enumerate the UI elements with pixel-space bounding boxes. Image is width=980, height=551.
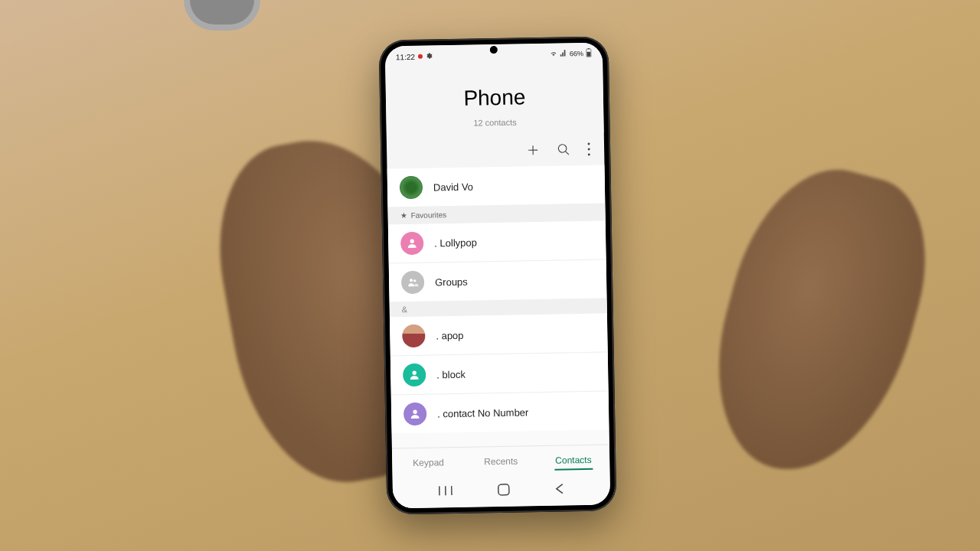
status-right: 66% <box>550 48 592 60</box>
svg-point-6 <box>588 153 590 155</box>
svg-point-5 <box>588 148 590 150</box>
nav-home-icon[interactable] <box>498 484 510 499</box>
signal-icon <box>560 49 567 58</box>
bottom-tabs: Keypad Recents Contacts <box>392 444 610 478</box>
settings-icon <box>426 52 433 60</box>
avatar <box>401 271 425 295</box>
contact-name: . apop <box>436 329 463 341</box>
battery-icon <box>586 48 592 59</box>
status-time: 11:22 <box>396 52 415 60</box>
contact-row[interactable]: . contact No Number <box>391 390 609 433</box>
search-icon[interactable] <box>557 142 570 156</box>
phone-screen: 11:22 66% Phone 12 cont <box>385 43 610 509</box>
tab-keypad[interactable]: Keypad <box>392 448 465 478</box>
svg-point-10 <box>412 371 416 375</box>
wifi-icon <box>550 50 557 59</box>
nav-recents-icon[interactable] <box>438 485 452 499</box>
contact-row[interactable]: . apop <box>390 314 608 356</box>
svg-point-9 <box>413 279 416 282</box>
contact-list[interactable]: David Vo ★ Favourites . Lollypop Groups … <box>387 165 609 448</box>
tab-recents[interactable]: Recents <box>465 446 537 477</box>
svg-rect-2 <box>587 52 591 57</box>
app-title: Phone <box>386 84 604 112</box>
contact-name: . block <box>436 368 466 380</box>
contact-row[interactable]: . Lollypop <box>388 221 606 263</box>
battery-percent: 66% <box>570 50 583 57</box>
more-icon[interactable] <box>587 142 590 156</box>
groups-label: Groups <box>435 276 468 288</box>
svg-point-11 <box>413 410 416 414</box>
recording-icon <box>418 54 423 59</box>
hand-right <box>691 150 947 493</box>
profile-name: David Vo <box>433 181 473 193</box>
avatar <box>403 403 427 426</box>
contact-row[interactable]: . block <box>390 352 609 395</box>
my-profile-row[interactable]: David Vo <box>387 165 606 207</box>
svg-point-7 <box>410 240 413 243</box>
svg-point-8 <box>410 279 413 282</box>
desk-cable-hole <box>184 0 260 31</box>
avatar <box>402 324 426 348</box>
svg-point-3 <box>558 145 567 153</box>
nav-back-icon[interactable] <box>555 483 564 498</box>
favourites-label: Favourites <box>411 210 447 220</box>
phone-device: 11:22 66% Phone 12 cont <box>379 36 617 514</box>
svg-rect-12 <box>498 484 509 495</box>
action-row <box>387 133 605 169</box>
contact-count: 12 contacts <box>386 116 603 129</box>
tab-contacts[interactable]: Contacts <box>537 445 609 475</box>
status-left: 11:22 <box>396 52 433 61</box>
avatar <box>400 232 424 256</box>
svg-rect-1 <box>588 48 590 49</box>
star-icon: ★ <box>400 211 407 220</box>
groups-row[interactable]: Groups <box>389 259 607 302</box>
header: Phone 12 contacts <box>385 61 604 137</box>
add-icon[interactable] <box>526 143 540 157</box>
avatar <box>400 176 423 200</box>
avatar <box>403 364 426 387</box>
nav-bar <box>393 474 611 508</box>
contact-name: . Lollypop <box>434 236 477 249</box>
contact-name: . contact No Number <box>437 406 528 419</box>
svg-point-4 <box>587 142 590 145</box>
